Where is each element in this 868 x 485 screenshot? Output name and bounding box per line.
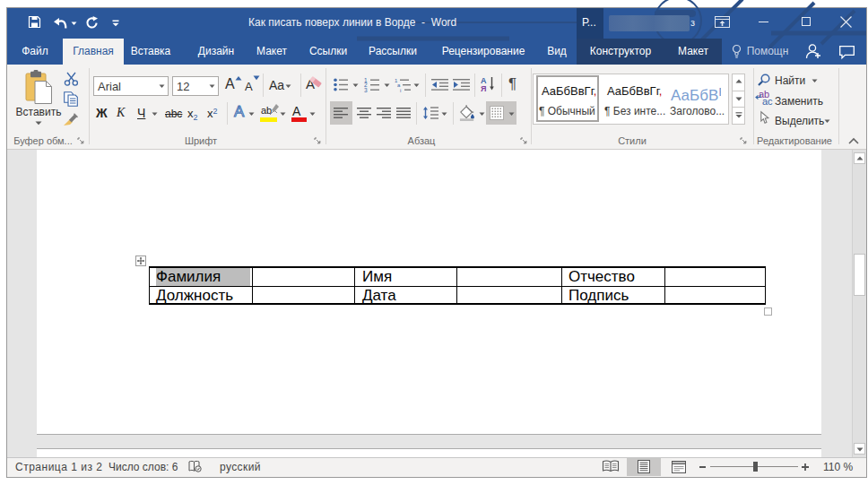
svg-text:3: 3 — [364, 87, 368, 93]
svg-text:Я: Я — [481, 84, 486, 93]
svg-text:i: i — [400, 88, 401, 93]
svg-text:А: А — [234, 103, 245, 120]
